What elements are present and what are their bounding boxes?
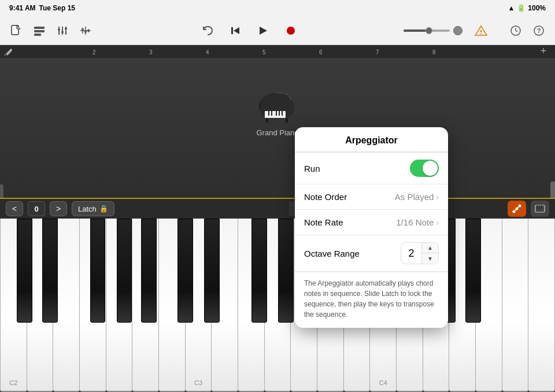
help-button[interactable]: ? (530, 21, 548, 40)
battery-icon: 🔋 (517, 4, 526, 12)
svg-rect-7 (58, 29, 60, 31)
note-order-row[interactable]: Note Order As Played › (295, 184, 448, 210)
svg-text:?: ? (537, 27, 541, 34)
svg-line-26 (516, 31, 517, 32)
ruler-mark-7: 7 (376, 49, 379, 55)
next-octave-button[interactable]: > (50, 201, 67, 216)
latch-button[interactable]: Latch 🔒 (72, 201, 114, 216)
svg-point-14 (82, 28, 84, 31)
svg-marker-18 (234, 27, 239, 34)
latch-label: Latch (78, 205, 97, 213)
note-rate-value: 1/16 Note (396, 217, 434, 227)
grand-piano-icon (254, 82, 301, 123)
note-order-label: Note Order (304, 192, 395, 202)
key-cs3[interactable] (177, 219, 193, 323)
svg-point-15 (84, 31, 87, 33)
key-label-c3: C3 (194, 379, 202, 386)
add-track-button[interactable]: + (536, 45, 550, 57)
undo-button[interactable] (198, 21, 217, 40)
svg-line-43 (517, 206, 520, 209)
svg-rect-17 (231, 27, 233, 34)
key-as4[interactable] (465, 219, 481, 323)
record-button[interactable] (282, 21, 300, 40)
octave-display: 0 (28, 201, 45, 216)
svg-point-16 (87, 29, 90, 32)
key-as2[interactable] (141, 219, 157, 323)
svg-point-23 (480, 33, 482, 34)
svg-marker-19 (260, 27, 267, 35)
eq-button[interactable] (76, 21, 95, 40)
lock-icon: 🔒 (99, 205, 108, 213)
note-order-value-container: As Played › (395, 192, 439, 202)
new-document-button[interactable] (7, 21, 25, 40)
octave-range-label: Octave Range (304, 249, 401, 258)
clock-button[interactable] (506, 21, 525, 40)
octave-range-value: 2 (401, 243, 422, 264)
svg-rect-8 (61, 31, 64, 33)
svg-rect-1 (34, 27, 45, 29)
grand-piano-track: Grand Piano (0, 71, 555, 163)
svg-rect-3 (34, 34, 41, 36)
arpeggiator-popup: Arpeggiator Run Note Order As Played › N… (295, 127, 448, 328)
svg-rect-34 (276, 111, 277, 116)
arpeggiator-button[interactable] (508, 201, 526, 217)
svg-rect-47 (541, 205, 542, 209)
svg-point-20 (287, 27, 295, 35)
svg-rect-35 (279, 111, 280, 116)
popup-description: The Arpeggiator automatically plays chor… (295, 272, 448, 328)
key-label-c2: C2 (9, 379, 17, 386)
daw-area: Grand Piano (0, 59, 555, 198)
ruler-mark-4: 4 (206, 49, 209, 55)
ruler-mark-5: 5 (262, 49, 266, 55)
track-name-label: Grand Piano (257, 128, 299, 137)
key-cs2[interactable] (17, 219, 32, 323)
popup-description-text: The Arpeggiator automatically plays chor… (304, 279, 434, 319)
svg-rect-45 (536, 205, 538, 209)
key-fs3[interactable] (251, 219, 267, 323)
key-gs2[interactable] (117, 219, 132, 323)
skip-back-button[interactable] (226, 21, 245, 40)
svg-rect-33 (271, 111, 272, 116)
status-time: 9:41 AM (9, 4, 36, 12)
svg-rect-46 (539, 205, 540, 209)
key-fs2[interactable] (90, 219, 106, 323)
key-ds3[interactable] (204, 219, 220, 323)
mixer-button[interactable] (53, 21, 72, 40)
octave-range-increment[interactable]: ▲ (422, 243, 438, 253)
svg-rect-2 (34, 30, 45, 32)
stepper-buttons: ▲ ▼ (422, 243, 438, 264)
octave-range-decrement[interactable]: ▼ (422, 253, 438, 264)
note-rate-value-container: 1/16 Note › (396, 217, 439, 227)
master-volume-knob[interactable] (453, 26, 462, 35)
run-label: Run (304, 164, 410, 173)
octave-range-row: Octave Range 2 ▲ ▼ (295, 235, 448, 272)
popup-header: Arpeggiator (295, 127, 448, 152)
svg-rect-37 (266, 118, 268, 123)
toolbar: ? (0, 16, 555, 45)
ruler-mark-6: 6 (319, 49, 323, 55)
warning-button[interactable] (472, 21, 490, 40)
svg-rect-9 (65, 28, 67, 29)
battery-label: 100% (528, 4, 546, 12)
run-toggle[interactable] (410, 160, 439, 177)
prev-octave-button[interactable]: < (6, 201, 23, 216)
svg-line-29 (5, 54, 6, 56)
svg-rect-38 (286, 118, 288, 123)
key-gs3[interactable] (278, 219, 294, 323)
key-b4[interactable] (528, 219, 555, 392)
svg-rect-36 (282, 111, 283, 116)
key-ds2[interactable] (42, 219, 58, 323)
note-rate-label: Note Rate (304, 217, 396, 227)
play-button[interactable] (254, 21, 272, 40)
key-a4[interactable] (502, 219, 529, 392)
ruler: 2 3 4 5 6 7 8 (0, 45, 555, 59)
wifi-icon: ▲ (508, 4, 515, 12)
tracks-view-button[interactable] (30, 21, 49, 40)
keyboard-view-button[interactable] (531, 201, 549, 217)
piano-keyboard: C2 C3 C4 (0, 219, 555, 392)
svg-rect-32 (268, 111, 269, 116)
octave-range-stepper: 2 ▲ ▼ (401, 242, 439, 264)
note-rate-row[interactable]: Note Rate 1/16 Note › (295, 210, 448, 235)
note-order-value: As Played (395, 192, 434, 202)
volume-slider[interactable] (404, 29, 450, 32)
